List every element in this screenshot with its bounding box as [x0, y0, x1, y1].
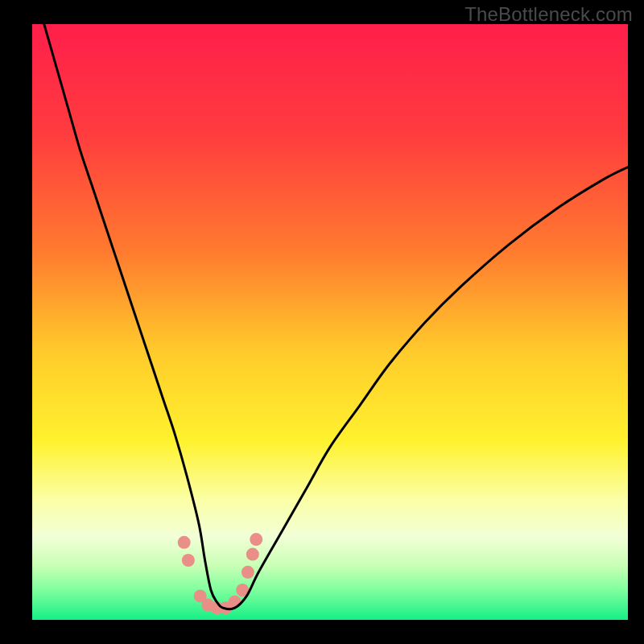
- plot-area: [32, 24, 628, 620]
- curve-layer: [32, 24, 628, 620]
- highlight-dot: [229, 596, 242, 609]
- watermark-text: TheBottleneck.com: [464, 3, 633, 26]
- highlight-dot: [178, 536, 191, 549]
- chart-frame: TheBottleneck.com: [0, 0, 644, 644]
- highlight-dot: [250, 533, 262, 546]
- bottleneck-curve: [44, 24, 628, 609]
- highlight-dot: [242, 566, 254, 579]
- highlight-dot: [246, 548, 259, 561]
- highlight-dot: [182, 554, 195, 567]
- highlight-dots: [178, 533, 263, 614]
